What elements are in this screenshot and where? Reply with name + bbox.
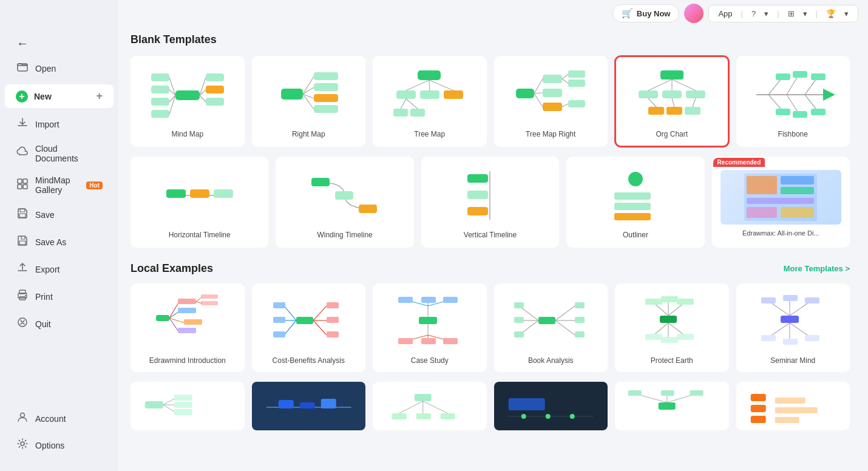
sidebar-item-print[interactable]: Print xyxy=(5,283,114,310)
svg-rect-42 xyxy=(444,90,463,99)
sidebar-item-save-as[interactable]: Save As xyxy=(5,229,114,255)
add-plus-icon: + xyxy=(96,90,103,103)
svg-line-128 xyxy=(284,320,296,335)
svg-rect-3 xyxy=(18,185,22,189)
svg-rect-210 xyxy=(441,413,455,419)
sidebar-item-import[interactable]: Import xyxy=(5,111,114,137)
svg-rect-204 xyxy=(415,394,432,401)
svg-rect-174 xyxy=(661,296,678,302)
sidebar-item-new[interactable]: + New + xyxy=(5,84,114,108)
sidebar-item-cloud[interactable]: Cloud Documents xyxy=(5,138,114,169)
buy-now-label: Buy Now xyxy=(637,9,671,18)
svg-rect-53 xyxy=(543,103,562,111)
sidebar-item-account[interactable]: Account xyxy=(5,405,114,432)
template-winding-timeline[interactable]: Winding Timeline xyxy=(276,157,413,248)
svg-rect-85 xyxy=(793,71,807,78)
sidebar-item-save[interactable]: Save xyxy=(5,202,114,228)
svg-line-74 xyxy=(672,98,674,107)
bottom-card-2[interactable] xyxy=(252,382,366,430)
sidebar-item-options[interactable]: Options xyxy=(5,432,114,458)
help-chevron[interactable]: ▾ xyxy=(761,8,771,19)
book-analysis-preview xyxy=(501,291,601,351)
svg-rect-103 xyxy=(614,203,651,210)
svg-rect-198 xyxy=(174,409,192,415)
svg-line-83 xyxy=(805,95,816,109)
example-cost-benefits[interactable]: Cost-Benefits Analysis xyxy=(252,283,366,372)
template-tree-map[interactable]: Tree Map xyxy=(373,56,487,147)
template-tree-map-right[interactable]: Tree Map Right xyxy=(494,56,608,147)
sidebar-item-export[interactable]: Export xyxy=(5,256,114,282)
svg-rect-39 xyxy=(418,70,441,80)
svg-point-101 xyxy=(628,172,643,186)
svg-line-70 xyxy=(648,80,672,90)
grid-icon[interactable]: ⊞ xyxy=(785,8,798,19)
template-horizontal-timeline[interactable]: Horizontal Timeline xyxy=(131,157,268,248)
hot-badge: Hot xyxy=(86,181,103,189)
bottom-card-3[interactable] xyxy=(373,382,487,430)
winding-timeline-preview xyxy=(284,165,405,226)
template-mind-map[interactable]: Mind Map xyxy=(131,56,245,147)
bottom-card-5[interactable] xyxy=(615,382,729,430)
svg-rect-104 xyxy=(614,213,651,220)
svg-line-59 xyxy=(534,93,543,107)
cup-chevron[interactable]: ▾ xyxy=(841,8,852,19)
bottom-card-1[interactable] xyxy=(131,382,245,430)
svg-rect-224 xyxy=(750,394,765,401)
svg-point-214 xyxy=(521,414,526,419)
bottom-card-4[interactable] xyxy=(494,382,608,430)
template-right-map[interactable]: Right Map xyxy=(252,56,366,147)
template-vertical-timeline[interactable]: Vertical Timeline xyxy=(421,157,559,248)
sidebar-item-open[interactable]: Open xyxy=(5,55,114,81)
svg-line-61 xyxy=(562,79,568,83)
svg-rect-43 xyxy=(393,109,408,117)
local-examples-grid: Edrawmind Introduction xyxy=(131,283,850,372)
svg-rect-177 xyxy=(661,337,678,343)
avatar[interactable] xyxy=(684,4,704,23)
svg-point-11 xyxy=(25,295,26,296)
example-seminar-mind[interactable]: Seminar Mind xyxy=(736,283,850,372)
protect-earth-preview xyxy=(622,291,722,351)
svg-rect-21 xyxy=(206,86,224,93)
grid-chevron[interactable]: ▾ xyxy=(800,8,810,19)
svg-rect-98 xyxy=(467,174,488,183)
help-icon[interactable]: ? xyxy=(748,8,759,19)
sidebar-item-quit[interactable]: Quit xyxy=(5,311,114,337)
template-outliner[interactable]: Outliner xyxy=(566,157,704,248)
example-protect-earth[interactable]: Protect Earth xyxy=(615,283,729,372)
svg-rect-202 xyxy=(299,402,314,408)
protect-earth-label: Protect Earth xyxy=(651,356,693,365)
svg-rect-31 xyxy=(314,72,338,80)
example-edrawmind-intro[interactable]: Edrawmind Introduction xyxy=(131,283,245,372)
svg-line-78 xyxy=(768,80,781,95)
template-org-chart[interactable]: Org Chart xyxy=(615,56,729,147)
back-icon: ← xyxy=(16,36,29,50)
template-edrawmax[interactable]: Recommended Edrawmax: All-in-one Di... xyxy=(712,157,850,248)
cup-icon[interactable]: 🏆 xyxy=(823,8,839,19)
sidebar-export-label: Export xyxy=(35,265,59,274)
svg-rect-4 xyxy=(23,185,27,189)
toolbar-divider2: | xyxy=(774,8,782,19)
app-label[interactable]: App xyxy=(715,8,735,19)
svg-rect-119 xyxy=(184,319,202,325)
svg-rect-54 xyxy=(568,70,585,78)
svg-line-60 xyxy=(562,74,568,79)
svg-line-126 xyxy=(284,306,296,320)
template-fishbone[interactable]: Fishbone xyxy=(736,56,850,147)
svg-rect-108 xyxy=(781,187,814,194)
case-study-label: Case Study xyxy=(411,356,449,365)
buy-now-button[interactable]: 🛒 Buy Now xyxy=(612,4,680,22)
bottom-card-6[interactable] xyxy=(736,382,850,430)
example-case-study[interactable]: Case Study xyxy=(373,283,487,372)
svg-marker-77 xyxy=(823,89,835,101)
svg-line-114 xyxy=(169,312,178,318)
more-templates-link[interactable]: More Templates > xyxy=(784,264,850,273)
svg-line-170 xyxy=(654,323,668,335)
svg-rect-66 xyxy=(686,90,705,98)
example-book-analysis[interactable]: Book Analysis xyxy=(494,283,608,372)
svg-line-81 xyxy=(768,95,781,109)
sidebar-item-gallery[interactable]: MindMap Gallery Hot xyxy=(5,170,114,200)
svg-rect-189 xyxy=(761,335,776,341)
back-button[interactable]: ← xyxy=(5,31,114,54)
svg-rect-95 xyxy=(335,191,353,200)
local-examples-header: Local Examples More Templates > xyxy=(131,262,850,275)
